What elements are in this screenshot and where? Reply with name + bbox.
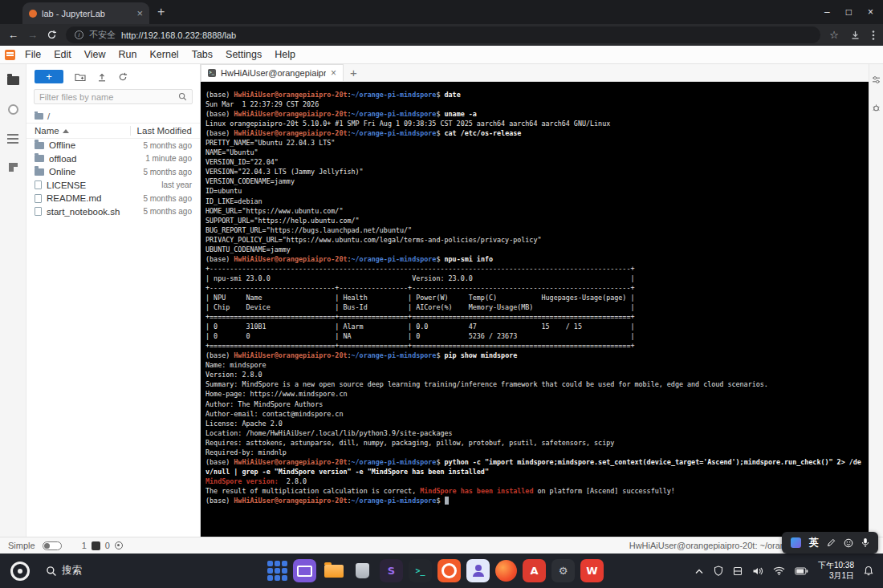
bell-icon[interactable] bbox=[864, 566, 873, 576]
ime-language-toggle[interactable]: 英 bbox=[809, 536, 819, 549]
file-name: LICENSE bbox=[47, 180, 157, 190]
terminal-line: Linux orangepiaipro-20t 5.10.0+ #1 SMP F… bbox=[205, 119, 864, 128]
security-shield-icon[interactable] bbox=[714, 566, 723, 576]
terminal-line: Author-email: contact@mindspore.cn bbox=[205, 409, 864, 419]
file-row[interactable]: offload1 minute ago bbox=[26, 152, 200, 166]
filter-files-input[interactable]: Filter files by name bbox=[34, 89, 193, 104]
browser-tab-title: lab - JupyterLab bbox=[42, 9, 132, 18]
session-counts[interactable]: 1 0 bbox=[82, 541, 123, 550]
folder-icon bbox=[35, 168, 44, 176]
browser-menu-icon[interactable] bbox=[872, 30, 875, 41]
menu-edit[interactable]: Edit bbox=[47, 46, 78, 63]
new-tab-button[interactable]: + bbox=[157, 6, 165, 18]
terminal-line: SUPPORT_URL="https://help.ubuntu.com/" bbox=[205, 216, 864, 225]
bookmark-star-icon[interactable]: ☆ bbox=[829, 29, 839, 41]
simple-mode-toggle[interactable] bbox=[43, 541, 62, 550]
property-inspector-icon[interactable] bbox=[872, 75, 881, 84]
url-box[interactable]: i 不安全 http://192.168.0.232:8888/lab bbox=[66, 26, 820, 43]
breadcrumb[interactable]: / bbox=[26, 109, 200, 123]
app-launcher[interactable] bbox=[267, 561, 287, 581]
file-row[interactable]: start_notebook.sh5 months ago bbox=[26, 205, 200, 219]
file-row[interactable]: README.md5 months ago bbox=[26, 192, 200, 205]
terminal-tab[interactable]: HwHiAiUser@orangepiaiprc × bbox=[201, 64, 344, 81]
battery-icon[interactable] bbox=[795, 567, 808, 575]
extension-manager-icon[interactable] bbox=[9, 163, 18, 172]
terminal-app-glyph: >_ bbox=[415, 567, 425, 575]
ime-mic-icon[interactable] bbox=[861, 537, 869, 548]
terminal-tab-title: HwHiAiUser@orangepiaiprc bbox=[221, 68, 326, 78]
file-row[interactable]: LICENSElast year bbox=[26, 179, 200, 193]
file-row[interactable]: Online5 months ago bbox=[26, 165, 200, 179]
wifi-icon[interactable] bbox=[773, 566, 785, 575]
column-name[interactable]: Name bbox=[35, 126, 130, 136]
minimize-button[interactable]: – bbox=[824, 6, 830, 18]
file-browser-icon[interactable] bbox=[7, 76, 19, 85]
control-center[interactable]: ⚙ bbox=[551, 559, 575, 582]
terminal-line: Location: /home/HwHiAiUser/.local/lib/py… bbox=[205, 428, 864, 438]
not-secure-icon[interactable]: i bbox=[75, 30, 83, 39]
grid-dot bbox=[267, 568, 273, 574]
upload-button[interactable] bbox=[97, 72, 107, 82]
new-folder-button[interactable] bbox=[75, 72, 86, 82]
running-sessions-icon[interactable] bbox=[8, 104, 18, 115]
tab-close-icon[interactable]: × bbox=[331, 68, 336, 78]
menu-view[interactable]: View bbox=[78, 46, 112, 63]
ime-emoji-icon[interactable] bbox=[844, 538, 853, 548]
menu-kernel[interactable]: Kernel bbox=[144, 46, 185, 63]
table-of-contents-icon[interactable] bbox=[7, 134, 18, 136]
grid-dot bbox=[267, 575, 273, 581]
wps-office-glyph: W bbox=[586, 566, 597, 576]
ime-logo-icon[interactable] bbox=[791, 537, 801, 548]
ime-pen-icon[interactable] bbox=[827, 538, 836, 547]
launcher-icon[interactable] bbox=[10, 562, 30, 581]
contacts-app[interactable] bbox=[466, 559, 490, 582]
taskbar-search[interactable]: 搜索 bbox=[46, 564, 82, 578]
folder-icon bbox=[35, 155, 44, 162]
add-tab-button[interactable]: + bbox=[350, 67, 357, 79]
forward-button[interactable]: → bbox=[27, 30, 38, 40]
reload-button[interactable] bbox=[47, 30, 57, 40]
volume-icon[interactable] bbox=[752, 566, 763, 576]
clock[interactable]: 下午10:38 3月1日 bbox=[818, 561, 854, 581]
terminal-line: Home-page: https://www.mindspore.cn bbox=[205, 389, 864, 399]
new-launcher-button[interactable]: + bbox=[35, 70, 63, 83]
store-app[interactable] bbox=[437, 559, 461, 582]
tray-expand-icon[interactable] bbox=[694, 568, 704, 574]
display-manager[interactable] bbox=[293, 559, 316, 582]
jupyter-workspace: + Filter files by name / bbox=[0, 64, 883, 537]
trash[interactable] bbox=[351, 559, 374, 582]
terminal-output[interactable]: (base) HwHiAiUser@orangepiaipro-20t:~/or… bbox=[201, 82, 869, 537]
file-manager[interactable] bbox=[322, 559, 345, 582]
file-icon bbox=[35, 180, 42, 189]
debugger-icon[interactable] bbox=[872, 103, 881, 112]
notification-panel-icon[interactable] bbox=[733, 566, 743, 576]
app-gallery[interactable]: A bbox=[523, 559, 546, 582]
menu-settings[interactable]: Settings bbox=[219, 46, 268, 63]
back-button[interactable]: ← bbox=[8, 30, 18, 40]
menu-run[interactable]: Run bbox=[112, 46, 144, 63]
tab-close-icon[interactable]: × bbox=[136, 8, 143, 18]
terminal-line: (base) HwHiAiUser@orangepiaipro-20t:~/or… bbox=[205, 254, 864, 264]
download-icon[interactable] bbox=[850, 30, 861, 40]
file-modified: 5 months ago bbox=[143, 141, 192, 150]
close-button[interactable]: × bbox=[868, 6, 873, 18]
maximize-button[interactable]: □ bbox=[846, 6, 852, 18]
browser-tab[interactable]: lab - JupyterLab × bbox=[22, 2, 149, 24]
kernels-count: 0 bbox=[105, 541, 110, 550]
file-modified: 1 minute ago bbox=[145, 154, 192, 163]
file-row[interactable]: Offline5 months ago bbox=[26, 139, 200, 152]
file-name: start_notebook.sh bbox=[47, 207, 138, 217]
column-last-modified[interactable]: Last Modified bbox=[130, 126, 192, 136]
simple-mode-label: Simple bbox=[8, 541, 35, 550]
wps-office[interactable]: W bbox=[580, 559, 604, 582]
refresh-button[interactable] bbox=[118, 72, 128, 82]
menu-file[interactable]: File bbox=[18, 46, 47, 63]
menu-tabs[interactable]: Tabs bbox=[185, 46, 219, 63]
menu-help[interactable]: Help bbox=[268, 46, 302, 63]
terminal-app[interactable]: >_ bbox=[409, 559, 432, 582]
not-secure-label: 不安全 bbox=[89, 29, 116, 41]
status-left: Simple 1 0 bbox=[8, 541, 123, 550]
s-app[interactable]: S bbox=[380, 559, 403, 582]
browser-app[interactable] bbox=[495, 560, 517, 582]
terminal-line: (base) HwHiAiUser@orangepiaipro-20t:~/or… bbox=[205, 128, 864, 138]
